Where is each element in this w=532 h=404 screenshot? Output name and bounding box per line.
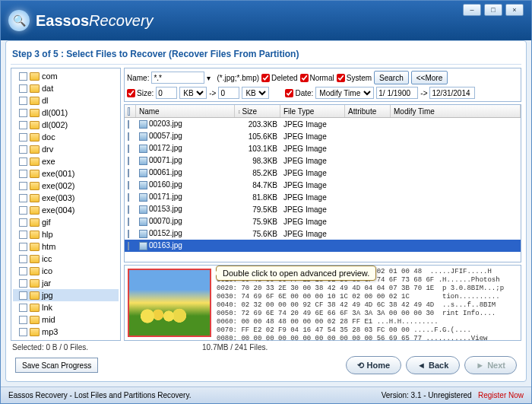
file-checkbox[interactable] <box>128 205 129 214</box>
tree-item[interactable]: hlp <box>13 228 119 240</box>
file-row[interactable]: 00172.jpg103.1KBJPEG Image <box>125 142 521 154</box>
size-filter-checkbox[interactable]: Size: <box>127 89 154 97</box>
save-scan-button[interactable]: Save Scan Progress <box>15 358 98 373</box>
tree-checkbox[interactable] <box>19 72 27 81</box>
version-info: Version: 3.1 - Unregistered Register Now <box>382 391 524 399</box>
tree-item[interactable]: jpg <box>13 289 119 301</box>
tree-item[interactable]: dl(001) <box>13 107 119 119</box>
tree-item[interactable]: exe(003) <box>13 192 119 204</box>
tree-item[interactable]: lnk <box>13 301 119 313</box>
more-button[interactable]: <<More <box>411 71 448 84</box>
col-type[interactable]: File Type <box>280 105 345 117</box>
tree-checkbox[interactable] <box>19 84 27 93</box>
tree-item[interactable]: doc <box>13 131 119 143</box>
tree-item[interactable]: ico <box>13 265 119 277</box>
tree-checkbox[interactable] <box>19 291 27 300</box>
size-to-input[interactable] <box>218 87 239 99</box>
tree-checkbox[interactable] <box>19 255 27 263</box>
file-row[interactable]: 00171.jpg81.8KBJPEG Image <box>125 191 521 203</box>
close-button[interactable]: × <box>505 4 524 16</box>
file-checkbox[interactable] <box>128 157 129 165</box>
file-checkbox[interactable] <box>128 230 129 238</box>
home-button[interactable]: ⟲Home <box>346 356 402 374</box>
tree-checkbox[interactable] <box>19 182 27 190</box>
minimize-button[interactable]: – <box>463 4 481 16</box>
tree-checkbox[interactable] <box>19 109 27 117</box>
tree-item[interactable]: jar <box>13 277 119 289</box>
tree-item[interactable]: drv <box>13 143 119 155</box>
back-button[interactable]: ◄Back <box>406 356 460 374</box>
file-checkbox[interactable] <box>128 242 129 250</box>
tree-checkbox[interactable] <box>19 170 27 178</box>
file-checkbox[interactable] <box>128 145 129 153</box>
file-checkbox[interactable] <box>128 120 129 129</box>
tree-item[interactable]: icc <box>13 253 119 265</box>
maximize-button[interactable]: □ <box>484 4 502 16</box>
tree-item[interactable]: mp3 <box>13 326 119 338</box>
preview-thumbnail[interactable] <box>128 269 211 337</box>
col-attr[interactable]: Attribute <box>345 105 391 117</box>
tree-checkbox[interactable] <box>19 133 27 142</box>
system-checkbox[interactable]: System <box>337 74 372 82</box>
col-size[interactable]: ↕Size <box>235 105 280 117</box>
tree-checkbox[interactable] <box>19 316 27 324</box>
deleted-checkbox[interactable]: Deleted <box>261 74 297 82</box>
tree-checkbox[interactable] <box>19 194 27 202</box>
tree-checkbox[interactable] <box>19 157 27 166</box>
tree-checkbox[interactable] <box>19 145 27 154</box>
name-input[interactable] <box>151 72 204 84</box>
file-row[interactable]: 00152.jpg75.6KBJPEG Image <box>125 227 521 240</box>
tree-item[interactable]: exe <box>13 155 119 167</box>
col-name[interactable]: Name <box>136 105 235 117</box>
file-checkbox[interactable] <box>128 218 129 226</box>
tree-item[interactable]: dl <box>13 94 119 107</box>
file-row[interactable]: 00163.jpg <box>125 240 521 252</box>
tree-item[interactable]: dat <box>13 82 119 94</box>
file-checkbox[interactable] <box>128 132 129 141</box>
tree-item[interactable]: htm <box>13 240 119 253</box>
tree-item[interactable]: dl(002) <box>13 119 119 131</box>
tree-item[interactable]: exe(004) <box>13 204 119 216</box>
file-list-body[interactable]: 00203.jpg203.3KBJPEG Image00057.jpg105.6… <box>125 118 521 262</box>
file-row[interactable]: 00071.jpg98.3KBJPEG Image <box>125 154 521 167</box>
file-row[interactable]: 00153.jpg79.5KBJPEG Image <box>125 203 521 215</box>
next-button[interactable]: ►Next <box>464 356 517 374</box>
size-from-input[interactable] <box>156 87 177 99</box>
col-mtime[interactable]: Modify Time <box>391 105 521 117</box>
tree-item[interactable]: com <box>13 70 119 82</box>
date-to-input[interactable] <box>429 87 475 99</box>
tree-checkbox[interactable] <box>19 328 27 336</box>
tree-item[interactable]: mid <box>13 313 119 326</box>
date-mode-select[interactable]: Modify Time <box>315 87 374 99</box>
tree-checkbox[interactable] <box>19 121 27 129</box>
date-filter-checkbox[interactable]: Date: <box>285 89 313 97</box>
normal-checkbox[interactable]: Normal <box>300 74 334 82</box>
file-checkbox[interactable] <box>128 193 129 202</box>
tree-checkbox[interactable] <box>19 231 27 239</box>
tree-checkbox[interactable] <box>19 243 27 251</box>
tree-checkbox[interactable] <box>19 304 27 312</box>
tree-item[interactable]: exe(002) <box>13 180 119 192</box>
file-row[interactable]: 00160.jpg84.7KBJPEG Image <box>125 179 521 191</box>
size-unit1-select[interactable]: KB <box>179 87 207 99</box>
tree-checkbox[interactable] <box>19 279 27 288</box>
size-unit2-select[interactable]: KB <box>242 87 269 99</box>
file-row[interactable]: 00203.jpg203.3KBJPEG Image <box>125 118 521 130</box>
tree-checkbox[interactable] <box>19 97 27 105</box>
file-row[interactable]: 00070.jpg75.9KBJPEG Image <box>125 215 521 227</box>
tree-item[interactable]: exe(001) <box>13 167 119 180</box>
file-row[interactable]: 00057.jpg105.6KBJPEG Image <box>125 130 521 142</box>
tree-checkbox[interactable] <box>19 267 27 275</box>
select-all-checkbox[interactable] <box>125 105 136 117</box>
tree-item[interactable]: gif <box>13 216 119 228</box>
body: comdatdldl(001)dl(002)docdrvexeexe(001)e… <box>11 68 521 341</box>
search-button[interactable]: Search <box>374 71 409 84</box>
tree-checkbox[interactable] <box>19 206 27 215</box>
file-checkbox[interactable] <box>128 169 129 177</box>
date-from-input[interactable] <box>376 87 418 99</box>
register-link[interactable]: Register Now <box>478 391 524 399</box>
file-row[interactable]: 00061.jpg85.2KBJPEG Image <box>125 167 521 179</box>
folder-tree[interactable]: comdatdldl(001)dl(002)docdrvexeexe(001)e… <box>11 68 121 341</box>
tree-checkbox[interactable] <box>19 218 27 227</box>
file-checkbox[interactable] <box>128 181 129 189</box>
